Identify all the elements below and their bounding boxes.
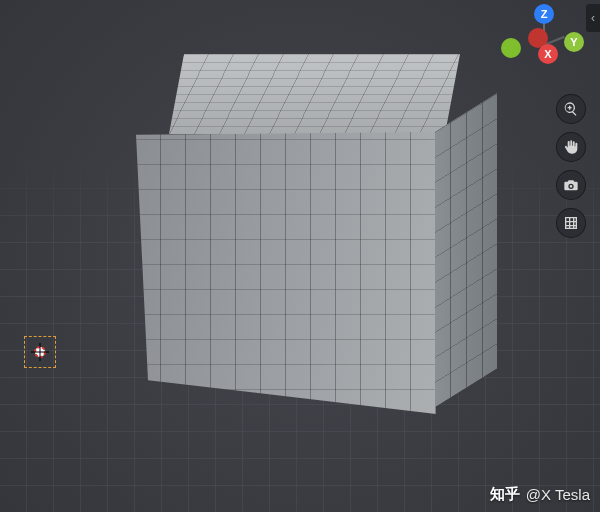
hand-icon <box>563 139 579 155</box>
gizmo-axis-negative[interactable] <box>501 38 521 58</box>
navigation-gizmo[interactable]: Z Y X <box>494 4 584 82</box>
cursor-3d[interactable] <box>24 336 56 368</box>
pan-button[interactable] <box>556 132 586 162</box>
zoom-button[interactable] <box>556 94 586 124</box>
chevron-left-icon: ‹ <box>591 11 595 25</box>
cube-face-side <box>435 93 497 407</box>
perspective-toggle-button[interactable] <box>556 208 586 238</box>
cursor-crosshair-icon <box>30 342 50 362</box>
viewport-tool-column <box>556 94 586 238</box>
watermark-site: 知乎 <box>490 485 520 504</box>
mesh-cube[interactable] <box>106 54 476 434</box>
grid-icon <box>563 215 579 231</box>
watermark: 知乎 @X Tesla <box>490 485 590 504</box>
cube-face-top <box>145 54 484 134</box>
gizmo-axis-x[interactable]: X <box>538 44 558 64</box>
watermark-handle: @X Tesla <box>526 486 590 503</box>
expand-sidebar-tab[interactable]: ‹ <box>586 4 600 32</box>
cube-face-front <box>136 132 436 414</box>
gizmo-axis-z[interactable]: Z <box>534 4 554 24</box>
viewport-3d[interactable]: ‹ Z Y X 知乎 @X Tesla <box>0 0 600 512</box>
gizmo-axis-y[interactable]: Y <box>564 32 584 52</box>
camera-icon <box>563 177 579 193</box>
camera-view-button[interactable] <box>556 170 586 200</box>
magnifier-plus-icon <box>563 101 579 117</box>
